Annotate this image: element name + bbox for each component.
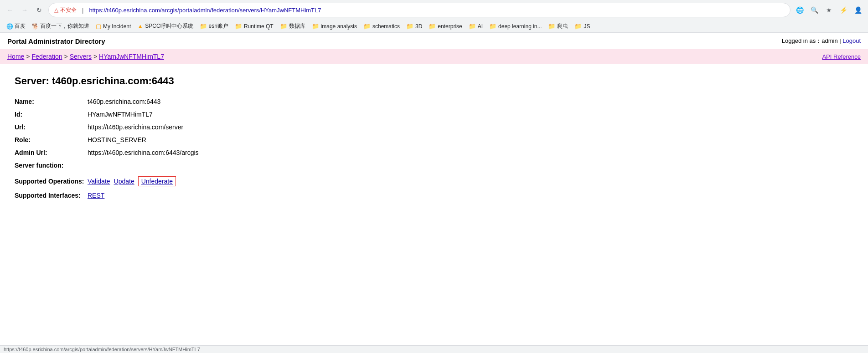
update-link[interactable]: Update xyxy=(114,178,134,185)
page-wrapper: Portal Administrator Directory Logged in… xyxy=(0,33,868,215)
server-function-label: Server function: xyxy=(15,162,88,169)
profile-button[interactable]: 👤 xyxy=(852,4,864,16)
folder-icon-spcc: ▲ xyxy=(137,23,143,30)
validate-link[interactable]: Validate xyxy=(88,178,110,185)
folder-icon-3d: 📁 xyxy=(406,23,413,30)
bookmark-runtime-label: Runtime QT xyxy=(244,23,274,30)
admin-url-value: https://t460p.esrichina.com:6443/arcgis xyxy=(88,149,199,156)
url-separator: | xyxy=(82,7,83,14)
bookmark-baidu-search-label: 百度一下，你就知道 xyxy=(40,22,89,30)
logout-link[interactable]: Logout xyxy=(842,37,861,44)
bookmark-3d-label: 3D xyxy=(415,23,422,30)
folder-icon-my-incident: ▢ xyxy=(96,23,101,30)
bookmark-ai-label: AI xyxy=(478,23,483,30)
name-value: t460p.esrichina.com:6443 xyxy=(88,98,160,105)
bookmark-my-incident[interactable]: ▢ My Incident xyxy=(93,21,134,31)
extensions-button[interactable]: ⚡ xyxy=(837,4,850,16)
bookmark-database-label: 数据库 xyxy=(289,22,305,30)
security-label: 不安全 xyxy=(60,6,77,14)
id-value: HYamJwNFTMHimTL7 xyxy=(88,111,153,118)
baidu-icon: 🌐 xyxy=(6,23,13,30)
browser-actions: 🌐 🔍 ★ ⚡ 👤 xyxy=(793,4,864,16)
breadcrumb-servers[interactable]: Servers xyxy=(70,53,92,60)
breadcrumb-home[interactable]: Home xyxy=(7,53,24,60)
bookmark-ai[interactable]: 📁 AI xyxy=(466,21,486,31)
address-bar[interactable]: △ 不安全 | https://t460p.esrichina.com/arcg… xyxy=(48,3,790,17)
bookmark-spcc[interactable]: ▲ SPCC呼叫中心系统 xyxy=(134,21,196,31)
id-label: Id: xyxy=(15,111,88,118)
name-label: Name: xyxy=(15,98,88,105)
bookmark-crawler-label: 爬虫 xyxy=(557,22,568,30)
browser-toolbar: ← → ↻ △ 不安全 | https://t460p.esrichina.co… xyxy=(0,0,868,20)
bookmark-3d[interactable]: 📁 3D xyxy=(403,21,425,31)
portal-title: Portal Administrator Directory xyxy=(7,37,105,45)
bookmark-baidu-search[interactable]: 🐕 百度一下，你就知道 xyxy=(29,21,92,31)
address-url: https://t460p.esrichina.com/arcgis/porta… xyxy=(89,7,785,14)
breadcrumb-federation[interactable]: Federation xyxy=(32,53,62,60)
role-row: Role: HOSTING_SERVER xyxy=(15,136,853,143)
folder-icon-crawler: 📁 xyxy=(548,23,555,30)
folder-icon-image: 📁 xyxy=(312,23,319,30)
breadcrumb: Home > Federation > Servers > HYamJwNFTM… xyxy=(7,53,164,60)
admin-url-row: Admin Url: https://t460p.esrichina.com:6… xyxy=(15,149,853,156)
bookmark-image-analysis[interactable]: 📁 image analysis xyxy=(309,21,360,31)
bookmark-button[interactable]: ★ xyxy=(822,4,835,16)
forward-button[interactable]: → xyxy=(18,4,31,16)
breadcrumb-bar: Home > Federation > Servers > HYamJwNFTM… xyxy=(0,49,868,64)
admin-url-label: Admin Url: xyxy=(15,149,88,156)
id-row: Id: HYamJwNFTMHimTL7 xyxy=(15,111,853,118)
folder-icon-runtime: 📁 xyxy=(235,23,242,30)
translate-button[interactable]: 🌐 xyxy=(793,4,806,16)
breadcrumb-server-id[interactable]: HYamJwNFTMHimTL7 xyxy=(99,53,164,60)
zoom-button[interactable]: 🔍 xyxy=(808,4,821,16)
rest-link[interactable]: REST xyxy=(88,192,104,199)
nav-buttons: ← → ↻ xyxy=(4,4,46,16)
url-value: https://t460p.esrichina.com/server xyxy=(88,123,183,131)
page-heading: Server: t460p.esrichina.com:6443 xyxy=(15,75,853,87)
bookmark-spcc-label: SPCC呼叫中心系统 xyxy=(145,22,193,30)
bookmark-esri-label: esri账户 xyxy=(209,22,228,30)
portal-header: Portal Administrator Directory Logged in… xyxy=(0,33,868,49)
api-reference: API Reference xyxy=(822,53,861,60)
folder-icon-esri: 📁 xyxy=(200,23,207,30)
folder-icon-js: 📁 xyxy=(574,23,582,30)
bookmark-schematics[interactable]: 📁 schematics xyxy=(361,21,403,31)
api-reference-link[interactable]: API Reference xyxy=(822,53,861,60)
bookmark-deep-learning[interactable]: 📁 deep learning in... xyxy=(486,21,544,31)
interfaces-row: Supported Interfaces: REST xyxy=(15,192,853,199)
back-button[interactable]: ← xyxy=(4,4,16,16)
url-row: Url: https://t460p.esrichina.com/server xyxy=(15,123,853,131)
bookmark-js[interactable]: 📁 JS xyxy=(572,21,593,31)
breadcrumb-sep-1: > xyxy=(26,53,30,60)
bookmark-image-label: image analysis xyxy=(321,23,357,30)
bookmark-database[interactable]: 📁 数据库 xyxy=(277,21,308,31)
auth-text: Logged in as：admin xyxy=(782,37,838,44)
role-value: HOSTING_SERVER xyxy=(88,136,146,143)
bookmark-baidu[interactable]: 🌐 百度 xyxy=(4,21,28,31)
role-label: Role: xyxy=(15,136,88,143)
reload-button[interactable]: ↻ xyxy=(33,4,46,16)
bookmark-js-label: JS xyxy=(584,23,590,30)
folder-icon-schematics: 📁 xyxy=(363,23,371,30)
operations-row: Supported Operations: Validate Update Un… xyxy=(15,176,853,186)
bookmark-deep-label: deep learning in... xyxy=(498,23,542,30)
unfederate-link[interactable]: Unfederate xyxy=(138,176,176,186)
bookmark-runtime-qt[interactable]: 📁 Runtime QT xyxy=(232,21,276,31)
url-label: Url: xyxy=(15,123,88,131)
main-content: Server: t460p.esrichina.com:6443 Name: t… xyxy=(0,64,868,215)
bookmark-schematics-label: schematics xyxy=(372,23,400,30)
folder-icon-enterprise: 📁 xyxy=(429,23,436,30)
bookmark-crawler[interactable]: 📁 爬虫 xyxy=(545,21,571,31)
bookmark-baidu-label: 百度 xyxy=(15,22,26,30)
bookmark-enterprise-label: enterprise xyxy=(438,23,462,30)
breadcrumb-sep-3: > xyxy=(93,53,97,60)
folder-icon-database: 📁 xyxy=(280,23,287,30)
interfaces-label: Supported Interfaces: xyxy=(15,192,88,199)
bookmark-enterprise[interactable]: 📁 enterprise xyxy=(426,21,465,31)
warning-icon: △ xyxy=(54,7,58,13)
bookmark-esri-account[interactable]: 📁 esri账户 xyxy=(197,21,231,31)
operations-links: Validate Update Unfederate xyxy=(88,176,176,186)
baidu-search-icon: 🐕 xyxy=(32,23,38,30)
portal-auth: Logged in as：admin | Logout xyxy=(782,37,861,45)
bookmark-my-incident-label: My Incident xyxy=(103,23,131,30)
